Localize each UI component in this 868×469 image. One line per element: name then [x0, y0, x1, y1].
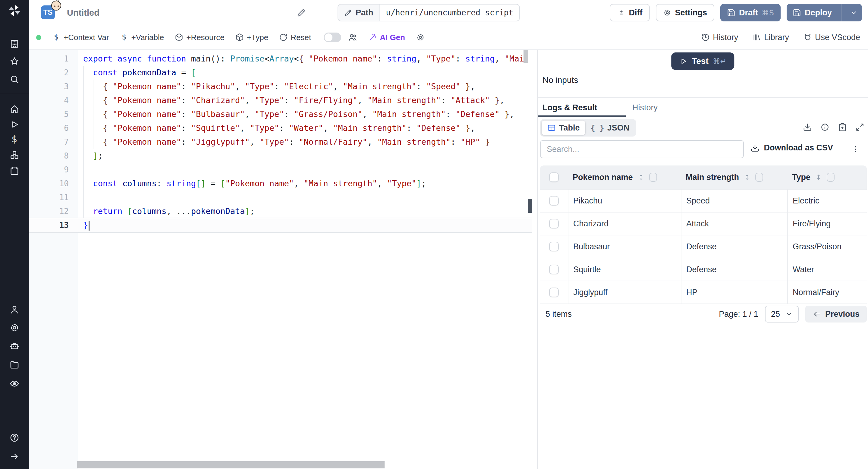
history-button[interactable]: History — [701, 33, 738, 42]
expand-icon[interactable] — [855, 123, 864, 132]
deploy-button[interactable]: Deploy — [786, 4, 862, 22]
download-csv-button[interactable]: Download as CSV — [750, 143, 833, 153]
table-row[interactable]: JigglypuffHPNormal/Fairy — [540, 281, 867, 304]
table-cell: Bulbasaur — [568, 236, 681, 258]
robot-icon[interactable] — [9, 341, 20, 351]
settings-icon[interactable] — [9, 322, 20, 333]
header-checkbox[interactable] — [549, 173, 559, 182]
use-vscode-button[interactable]: Use VScode — [804, 33, 860, 42]
add-context-var-button[interactable]: $ +Context Var — [52, 33, 109, 42]
code-line[interactable]: 2 const pokemonData = [ — [29, 66, 532, 80]
table-row[interactable]: BulbasaurDefenseGrass/Poison — [540, 235, 867, 258]
add-resource-button[interactable]: +Resource — [175, 33, 224, 42]
column-toggle[interactable] — [827, 173, 835, 182]
sort-icon[interactable] — [815, 173, 823, 182]
view-table-button[interactable]: Table — [541, 121, 585, 135]
code-line[interactable]: 11 — [29, 190, 532, 205]
edit-title-pencil-icon[interactable] — [297, 8, 306, 18]
code-line[interactable]: 6 { "Pokemon name": "Squirtle", "Type": … — [29, 121, 532, 135]
dollar-icon: $ — [52, 33, 61, 41]
editor-settings-gear-icon[interactable] — [416, 33, 425, 42]
code-line[interactable]: 10 const columns: string[] = ["Pokemon n… — [29, 177, 532, 190]
row-checkbox[interactable] — [549, 287, 559, 297]
column-toggle[interactable] — [649, 173, 657, 182]
variables-icon[interactable]: $ — [9, 134, 20, 145]
sort-icon[interactable] — [743, 173, 751, 182]
arrow-left-icon — [812, 310, 821, 318]
play-icon — [679, 57, 687, 65]
refresh-icon — [279, 33, 287, 41]
code-line[interactable]: 12 return [columns, ...pokemonData]; — [29, 205, 532, 218]
add-type-button[interactable]: +Type — [236, 33, 269, 42]
resources-icon[interactable] — [9, 150, 20, 160]
ai-gen-label: AI Gen — [380, 33, 405, 42]
view-json-button[interactable]: { } JSON — [585, 121, 635, 135]
home-icon[interactable] — [9, 104, 20, 115]
test-shortcut: ⌘↵ — [713, 57, 727, 66]
diff-label: Diff — [629, 8, 643, 18]
download-result-icon[interactable] — [803, 123, 812, 132]
table-row[interactable]: SquirtleDefenseWater — [540, 258, 867, 281]
dollar-icon: $ — [120, 33, 128, 41]
deploy-dropdown[interactable] — [846, 9, 862, 17]
code-line[interactable]: 8 ]; — [29, 149, 532, 163]
windmill-logo[interactable] — [7, 4, 22, 18]
top-bar: TS Untitled Path u/henri/unencumbered_sc… — [29, 0, 868, 25]
code-line[interactable]: 1export async function main(): Promise<A… — [29, 52, 532, 66]
column-toggle[interactable] — [755, 173, 763, 182]
reset-label: Reset — [290, 33, 311, 42]
reset-button[interactable]: Reset — [279, 33, 311, 42]
editor-vertical-scrollbar[interactable] — [524, 50, 528, 63]
code-line[interactable]: 4 { "Pokemon name": "Charizard", "Type":… — [29, 93, 532, 107]
page-size-select[interactable]: 25 — [765, 306, 799, 322]
path-value[interactable]: u/henri/unencumbered_script — [380, 4, 520, 21]
row-checkbox[interactable] — [549, 242, 559, 251]
row-checkbox[interactable] — [549, 264, 559, 274]
code-line[interactable]: 5 { "Pokemon name": "Bulbasaur", "Type":… — [29, 107, 532, 121]
line-number: 4 — [29, 93, 78, 107]
tab-history[interactable]: History — [632, 98, 658, 117]
buildings-icon[interactable] — [9, 39, 20, 49]
folder-icon[interactable] — [9, 359, 20, 370]
test-button[interactable]: Test ⌘↵ — [671, 53, 734, 70]
row-checkbox[interactable] — [549, 219, 559, 228]
code-editor[interactable]: 1export async function main(): Promise<A… — [29, 50, 532, 469]
help-icon[interactable] — [9, 433, 20, 443]
user-icon[interactable] — [9, 305, 20, 315]
tab-logs-result[interactable]: Logs & Result — [538, 98, 626, 117]
info-icon[interactable] — [820, 123, 830, 132]
diff-button[interactable]: Diff — [610, 4, 650, 22]
row-checkbox[interactable] — [549, 196, 559, 206]
star-icon[interactable] — [9, 56, 20, 66]
sort-icon[interactable] — [637, 173, 645, 182]
ai-gen-button[interactable]: AI Gen — [368, 33, 405, 42]
multiplayer-toggle[interactable] — [324, 33, 341, 42]
copy-to-clipboard-icon[interactable] — [838, 123, 847, 132]
collapse-arrow-icon[interactable] — [9, 451, 20, 462]
line-number: 10 — [29, 177, 78, 190]
draft-button[interactable]: Draft ⌘S — [720, 4, 781, 22]
page-indicator: Page: 1 / 1 — [719, 310, 758, 319]
add-variable-button[interactable]: $ +Variable — [120, 33, 164, 42]
settings-button[interactable]: Settings — [656, 4, 715, 22]
editor-horizontal-scrollbar[interactable] — [77, 461, 384, 468]
schedules-icon[interactable] — [9, 166, 20, 176]
code-line[interactable]: 9 — [29, 163, 532, 177]
previous-page-button[interactable]: Previous — [805, 306, 867, 322]
table-row[interactable]: PikachuSpeedElectric — [540, 189, 867, 212]
search-icon[interactable] — [9, 74, 20, 84]
runs-icon[interactable] — [9, 119, 20, 130]
more-options-icon[interactable] — [851, 143, 860, 156]
code-line[interactable]: 7 { "Pokemon name": "Jigglypuff", "Type"… — [29, 135, 532, 149]
code-text: const columns: string[] = ["Pokemon name… — [83, 177, 532, 190]
draft-label: Draft — [739, 8, 758, 18]
items-count: 5 items — [546, 310, 572, 319]
library-button[interactable]: Library — [752, 33, 789, 42]
path-field[interactable]: Path u/henri/unencumbered_script — [338, 4, 520, 22]
table-cell: Defense — [681, 258, 787, 281]
eye-icon[interactable] — [9, 378, 20, 388]
code-line[interactable]: 13} — [29, 218, 532, 233]
code-line[interactable]: 3 { "Pokemon name": "Pikachu", "Type": "… — [29, 80, 532, 93]
search-input[interactable] — [540, 140, 744, 158]
table-row[interactable]: CharizardAttackFire/Flying — [540, 212, 867, 235]
